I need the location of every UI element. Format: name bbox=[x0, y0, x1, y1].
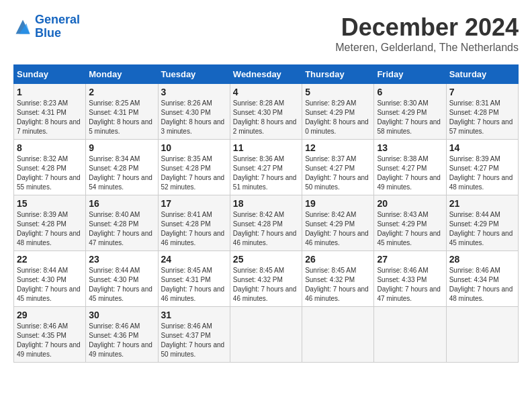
day-info: Sunrise: 8:46 AM Sunset: 4:34 PM Dayligh… bbox=[449, 266, 515, 304]
calendar-cell: 6 Sunrise: 8:30 AM Sunset: 4:29 PM Dayli… bbox=[374, 84, 446, 140]
sunrise-label: Sunrise: 8:45 AM bbox=[161, 267, 212, 274]
sunset-label: Sunset: 4:35 PM bbox=[17, 332, 66, 339]
daylight-label: Daylight: 8 hours and 2 minutes. bbox=[233, 118, 297, 135]
day-number: 17 bbox=[161, 198, 227, 209]
day-info: Sunrise: 8:46 AM Sunset: 4:33 PM Dayligh… bbox=[377, 266, 443, 304]
location: Meteren, Gelderland, The Netherlands bbox=[335, 42, 519, 54]
month-title: December 2024 bbox=[335, 13, 519, 42]
sunrise-label: Sunrise: 8:36 AM bbox=[233, 155, 284, 163]
day-info: Sunrise: 8:44 AM Sunset: 4:30 PM Dayligh… bbox=[89, 266, 154, 304]
sunrise-label: Sunrise: 8:39 AM bbox=[449, 155, 500, 163]
daylight-label: Daylight: 7 hours and 49 minutes. bbox=[377, 174, 441, 191]
sunset-label: Sunset: 4:34 PM bbox=[449, 276, 499, 283]
day-info: Sunrise: 8:46 AM Sunset: 4:37 PM Dayligh… bbox=[161, 322, 227, 359]
daylight-label: Daylight: 7 hours and 45 minutes. bbox=[89, 285, 152, 302]
daylight-label: Daylight: 7 hours and 46 minutes. bbox=[305, 285, 369, 302]
day-number: 31 bbox=[161, 310, 227, 320]
sunrise-label: Sunrise: 8:41 AM bbox=[161, 211, 212, 218]
day-info: Sunrise: 8:42 AM Sunset: 4:28 PM Dayligh… bbox=[233, 210, 299, 248]
day-info: Sunrise: 8:25 AM Sunset: 4:31 PM Dayligh… bbox=[89, 99, 154, 136]
sunset-label: Sunset: 4:31 PM bbox=[17, 109, 66, 116]
day-number: 6 bbox=[377, 87, 443, 97]
calendar-cell: 25 Sunrise: 8:45 AM Sunset: 4:32 PM Dayl… bbox=[230, 251, 302, 307]
calendar-cell: 20 Sunrise: 8:43 AM Sunset: 4:29 PM Dayl… bbox=[374, 195, 446, 251]
calendar-cell: 3 Sunrise: 8:26 AM Sunset: 4:30 PM Dayli… bbox=[158, 84, 230, 140]
calendar-cell: 31 Sunrise: 8:46 AM Sunset: 4:37 PM Dayl… bbox=[158, 307, 230, 363]
day-info: Sunrise: 8:42 AM Sunset: 4:29 PM Dayligh… bbox=[305, 210, 371, 248]
day-number: 5 bbox=[305, 87, 371, 97]
day-number: 4 bbox=[233, 87, 299, 97]
sunset-label: Sunset: 4:27 PM bbox=[377, 165, 427, 172]
sunrise-label: Sunrise: 8:39 AM bbox=[17, 211, 68, 218]
sunrise-label: Sunrise: 8:32 AM bbox=[17, 155, 68, 163]
day-number: 18 bbox=[233, 198, 299, 209]
daylight-label: Daylight: 7 hours and 57 minutes. bbox=[449, 118, 513, 135]
calendar-cell: 11 Sunrise: 8:36 AM Sunset: 4:27 PM Dayl… bbox=[230, 140, 302, 195]
daylight-label: Daylight: 7 hours and 46 minutes. bbox=[233, 285, 297, 302]
calendar-cell bbox=[302, 307, 374, 363]
sunset-label: Sunset: 4:33 PM bbox=[377, 276, 427, 283]
daylight-label: Daylight: 7 hours and 48 minutes. bbox=[449, 285, 513, 302]
day-number: 14 bbox=[449, 142, 515, 153]
sunset-label: Sunset: 4:29 PM bbox=[305, 220, 355, 228]
daylight-label: Daylight: 7 hours and 46 minutes. bbox=[161, 230, 225, 246]
day-number: 13 bbox=[377, 142, 443, 153]
calendar-body: 1 Sunrise: 8:23 AM Sunset: 4:31 PM Dayli… bbox=[14, 84, 519, 363]
day-info: Sunrise: 8:45 AM Sunset: 4:32 PM Dayligh… bbox=[305, 266, 371, 304]
sunset-label: Sunset: 4:29 PM bbox=[377, 220, 427, 228]
calendar-week-row: 15 Sunrise: 8:39 AM Sunset: 4:28 PM Dayl… bbox=[14, 195, 519, 251]
day-info: Sunrise: 8:39 AM Sunset: 4:27 PM Dayligh… bbox=[449, 154, 515, 192]
calendar-cell bbox=[446, 307, 518, 363]
day-of-week-header: Thursday bbox=[302, 65, 374, 84]
calendar-cell: 27 Sunrise: 8:46 AM Sunset: 4:33 PM Dayl… bbox=[374, 251, 446, 307]
day-info: Sunrise: 8:43 AM Sunset: 4:29 PM Dayligh… bbox=[377, 210, 443, 248]
day-info: Sunrise: 8:46 AM Sunset: 4:35 PM Dayligh… bbox=[17, 322, 83, 359]
day-number: 24 bbox=[161, 254, 227, 265]
daylight-label: Daylight: 7 hours and 54 minutes. bbox=[89, 174, 152, 191]
logo: General Blue bbox=[13, 13, 80, 40]
day-number: 7 bbox=[449, 87, 515, 97]
day-info: Sunrise: 8:31 AM Sunset: 4:28 PM Dayligh… bbox=[449, 99, 515, 136]
day-of-week-header: Monday bbox=[86, 65, 158, 84]
day-info: Sunrise: 8:44 AM Sunset: 4:29 PM Dayligh… bbox=[449, 210, 515, 248]
day-of-week-header: Tuesday bbox=[158, 65, 230, 84]
day-number: 19 bbox=[305, 198, 371, 209]
day-info: Sunrise: 8:46 AM Sunset: 4:36 PM Dayligh… bbox=[89, 322, 154, 359]
day-of-week-header: Sunday bbox=[14, 65, 86, 84]
sunrise-label: Sunrise: 8:26 AM bbox=[161, 99, 212, 107]
sunrise-label: Sunrise: 8:37 AM bbox=[305, 155, 356, 163]
day-number: 25 bbox=[233, 254, 299, 265]
sunrise-label: Sunrise: 8:31 AM bbox=[449, 99, 500, 107]
day-info: Sunrise: 8:40 AM Sunset: 4:28 PM Dayligh… bbox=[89, 210, 154, 248]
calendar-cell: 21 Sunrise: 8:44 AM Sunset: 4:29 PM Dayl… bbox=[446, 195, 518, 251]
logo-icon bbox=[13, 17, 32, 36]
calendar-cell: 29 Sunrise: 8:46 AM Sunset: 4:35 PM Dayl… bbox=[14, 307, 86, 363]
calendar-cell: 16 Sunrise: 8:40 AM Sunset: 4:28 PM Dayl… bbox=[86, 195, 158, 251]
daylight-label: Daylight: 7 hours and 46 minutes. bbox=[233, 230, 297, 246]
day-info: Sunrise: 8:32 AM Sunset: 4:28 PM Dayligh… bbox=[17, 154, 83, 192]
daylight-label: Daylight: 7 hours and 50 minutes. bbox=[161, 341, 225, 358]
day-of-week-header: Saturday bbox=[446, 65, 518, 84]
calendar-cell: 1 Sunrise: 8:23 AM Sunset: 4:31 PM Dayli… bbox=[14, 84, 86, 140]
day-number: 11 bbox=[233, 142, 299, 153]
calendar-cell: 10 Sunrise: 8:35 AM Sunset: 4:28 PM Dayl… bbox=[158, 140, 230, 195]
sunset-label: Sunset: 4:32 PM bbox=[305, 276, 355, 283]
calendar-cell: 24 Sunrise: 8:45 AM Sunset: 4:31 PM Dayl… bbox=[158, 251, 230, 307]
day-info: Sunrise: 8:30 AM Sunset: 4:29 PM Dayligh… bbox=[377, 99, 443, 136]
day-number: 1 bbox=[17, 87, 83, 97]
title-block: December 2024 Meteren, Gelderland, The N… bbox=[335, 13, 519, 54]
day-number: 8 bbox=[17, 142, 83, 153]
daylight-label: Daylight: 7 hours and 52 minutes. bbox=[161, 174, 225, 191]
sunrise-label: Sunrise: 8:44 AM bbox=[89, 267, 140, 274]
sunset-label: Sunset: 4:28 PM bbox=[89, 220, 138, 228]
calendar-week-row: 1 Sunrise: 8:23 AM Sunset: 4:31 PM Dayli… bbox=[14, 84, 519, 140]
calendar-header-row: SundayMondayTuesdayWednesdayThursdayFrid… bbox=[14, 65, 519, 84]
calendar-cell: 17 Sunrise: 8:41 AM Sunset: 4:28 PM Dayl… bbox=[158, 195, 230, 251]
day-info: Sunrise: 8:44 AM Sunset: 4:30 PM Dayligh… bbox=[17, 266, 83, 304]
sunset-label: Sunset: 4:29 PM bbox=[377, 109, 427, 116]
daylight-label: Daylight: 7 hours and 46 minutes. bbox=[305, 230, 369, 246]
daylight-label: Daylight: 7 hours and 55 minutes. bbox=[17, 174, 81, 191]
daylight-label: Daylight: 7 hours and 51 minutes. bbox=[233, 174, 297, 191]
day-info: Sunrise: 8:29 AM Sunset: 4:29 PM Dayligh… bbox=[305, 99, 371, 136]
daylight-label: Daylight: 7 hours and 58 minutes. bbox=[377, 118, 441, 135]
